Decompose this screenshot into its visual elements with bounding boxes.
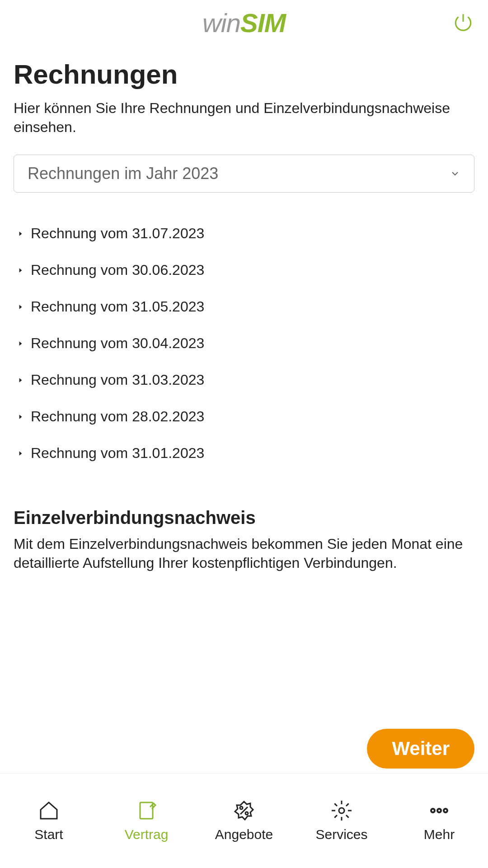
- logo-text-sim: SIM: [240, 8, 286, 38]
- invoice-item[interactable]: Rechnung vom 31.03.2023: [14, 362, 474, 398]
- invoice-label: Rechnung vom 31.01.2023: [31, 445, 204, 462]
- invoice-item[interactable]: Rechnung vom 30.04.2023: [14, 325, 474, 362]
- invoice-item[interactable]: Rechnung vom 31.05.2023: [14, 288, 474, 325]
- year-dropdown[interactable]: Rechnungen im Jahr 2023: [14, 155, 474, 193]
- evn-section-text: Mit dem Einzelverbindungsnachweis bekomm…: [14, 535, 474, 572]
- gear-icon: [331, 800, 352, 821]
- chevron-down-icon: [450, 168, 460, 179]
- nav-label: Start: [34, 827, 63, 842]
- logo: winSIM: [202, 8, 286, 38]
- invoice-item[interactable]: Rechnung vom 31.01.2023: [14, 435, 474, 472]
- offers-icon: [233, 800, 255, 821]
- chevron-right-icon: [17, 231, 23, 237]
- invoice-label: Rechnung vom 30.06.2023: [31, 262, 204, 278]
- chevron-right-icon: [17, 450, 23, 457]
- app-header: winSIM: [0, 0, 488, 45]
- page-title: Rechnungen: [14, 59, 474, 90]
- svg-point-15: [444, 809, 447, 812]
- svg-point-14: [437, 809, 441, 812]
- continue-button[interactable]: Weiter: [367, 729, 474, 769]
- invoice-list: Rechnung vom 31.07.2023 Rechnung vom 30.…: [14, 215, 474, 472]
- nav-item-angebote[interactable]: Angebote: [195, 800, 293, 842]
- chevron-right-icon: [17, 414, 23, 420]
- page-subtitle: Hier können Sie Ihre Rechnungen und Einz…: [14, 99, 474, 137]
- nav-item-start[interactable]: Start: [0, 800, 98, 842]
- nav-item-mehr[interactable]: Mehr: [390, 800, 488, 842]
- home-icon: [38, 800, 60, 821]
- bottom-navigation: Start Vertrag Angebote Ser: [0, 773, 488, 868]
- nav-label: Services: [315, 827, 367, 842]
- invoice-label: Rechnung vom 31.05.2023: [31, 298, 204, 315]
- svg-rect-7: [140, 802, 153, 819]
- svg-point-10: [240, 807, 243, 809]
- nav-label: Vertrag: [125, 827, 169, 842]
- svg-point-11: [245, 812, 248, 815]
- invoice-label: Rechnung vom 28.02.2023: [31, 408, 204, 425]
- svg-marker-4: [19, 378, 22, 382]
- svg-line-9: [240, 807, 248, 814]
- more-icon: [428, 800, 450, 821]
- svg-point-12: [339, 808, 344, 813]
- nav-item-services[interactable]: Services: [293, 800, 390, 842]
- svg-marker-1: [19, 268, 22, 272]
- invoice-item[interactable]: Rechnung vom 30.06.2023: [14, 252, 474, 288]
- nav-label: Angebote: [215, 827, 273, 842]
- contract-icon: [136, 800, 157, 821]
- nav-item-vertrag[interactable]: Vertrag: [98, 800, 195, 842]
- evn-section-title: Einzelverbindungsnachweis: [14, 508, 474, 528]
- invoice-label: Rechnung vom 31.07.2023: [31, 225, 204, 242]
- chevron-right-icon: [17, 377, 23, 383]
- svg-marker-0: [19, 231, 22, 236]
- invoice-item[interactable]: Rechnung vom 28.02.2023: [14, 398, 474, 435]
- chevron-right-icon: [17, 267, 23, 274]
- svg-marker-2: [19, 305, 22, 309]
- chevron-right-icon: [17, 340, 23, 347]
- invoice-label: Rechnung vom 30.04.2023: [31, 335, 204, 352]
- dropdown-selected-label: Rechnungen im Jahr 2023: [28, 164, 218, 183]
- invoice-item[interactable]: Rechnung vom 31.07.2023: [14, 215, 474, 252]
- svg-marker-6: [19, 451, 22, 455]
- svg-point-13: [431, 809, 435, 812]
- svg-marker-3: [19, 341, 22, 345]
- nav-label: Mehr: [424, 827, 455, 842]
- svg-marker-5: [19, 415, 22, 419]
- logo-text-win: win: [202, 8, 240, 38]
- chevron-right-icon: [17, 304, 23, 310]
- power-icon[interactable]: [452, 11, 474, 34]
- invoice-label: Rechnung vom 31.03.2023: [31, 372, 204, 388]
